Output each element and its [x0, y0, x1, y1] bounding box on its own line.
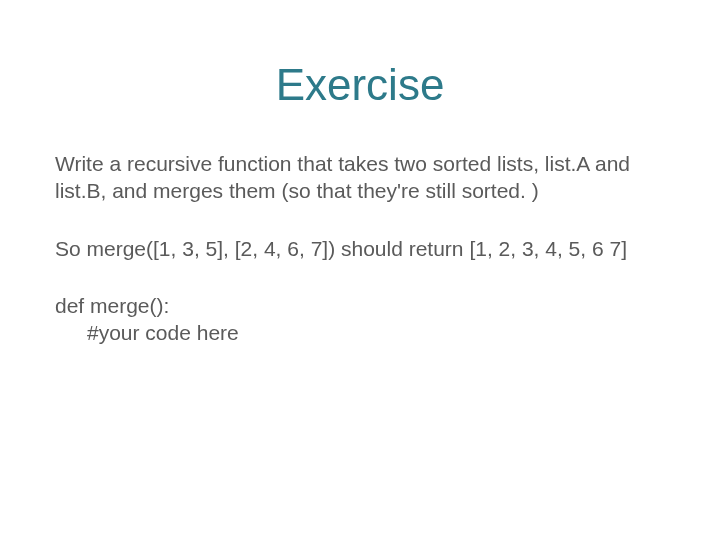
exercise-description: Write a recursive function that takes tw…	[55, 150, 665, 205]
code-line-2: #your code here	[55, 321, 239, 344]
exercise-code: def merge(): #your code here	[55, 292, 665, 347]
exercise-example: So merge([1, 3, 5], [2, 4, 6, 7]) should…	[55, 235, 665, 262]
slide: Exercise Write a recursive function that…	[0, 0, 720, 540]
slide-title: Exercise	[55, 60, 665, 110]
code-line-1: def merge():	[55, 294, 169, 317]
